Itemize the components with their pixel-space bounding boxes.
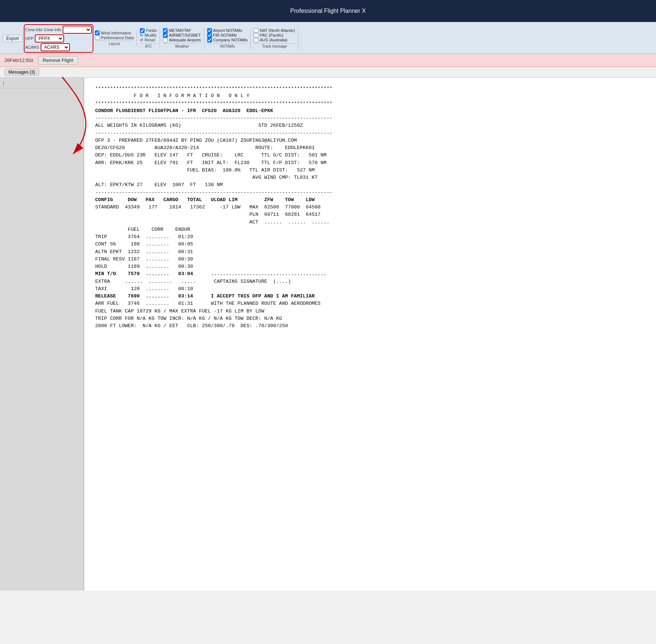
adequate-label: Adequate Airports (169, 38, 201, 42)
wind-perf-section: Wind information Performance Data Layout (95, 30, 137, 47)
fields-label: Fields (146, 28, 157, 33)
crew-label1: Crew Info (25, 27, 42, 32)
notams-label: NOTAMs (207, 43, 248, 49)
fields-section: Fields ↻ Modify ↺ Reset ATC (140, 28, 160, 49)
toolbar-row-1: Export Crew Info Crew Info OFP PFPX ACAR… (0, 23, 656, 53)
metar-checkbox[interactable] (163, 28, 168, 33)
perf-label: Performance Data (101, 36, 134, 40)
crew-row: Crew Info Crew Info (25, 26, 92, 34)
min-to-line: MIN T/O 7570 ........ 03:04 ............… (95, 270, 645, 278)
atc-label: ATC (140, 43, 157, 49)
airport-notams-label: Airport NOTAMs (213, 28, 242, 33)
pln-line: PLN 60711 68281 64517 (95, 211, 645, 218)
content-area: ****************************************… (84, 78, 656, 591)
taxi-line: TAXI 120 ........ 00:10 (95, 285, 645, 293)
altn-line: ALTN EPKT 1232 ........ 00:31 (95, 248, 645, 256)
avg-wind-line: AVG WIND CMP: TL031 KT (95, 174, 645, 181)
aus-label: AUS (Australia) (260, 38, 287, 42)
stars-bottom: ****************************************… (95, 100, 645, 107)
dep-line: DEP: EDDL/DUS 23R ELEV 147 FT CRUISE: LR… (95, 152, 645, 159)
final-resv-line: FINAL RESV 1187 ........ 00:30 (95, 256, 645, 263)
act-line: ACT ...... ...... ...... (95, 219, 645, 226)
crew-label2: Crew Info (44, 27, 61, 32)
track-message-label: Track message (254, 43, 295, 49)
weights-line: ALL WEIGHTS IN KILOGRAMS (KG) STD 26FEB/… (95, 122, 645, 129)
airmet-label: AIRMET/SIGMET (169, 33, 201, 37)
hold-line: HOLD 1189 ........ 00:30 (95, 263, 645, 270)
ofp3-line: OFP 3 - PREPARED 27FEB/0944Z BY PING ZOU… (95, 137, 645, 144)
left-sidebar: | (0, 78, 84, 591)
fuel-tank-line: FUEL TANK CAP 18729 KG / MAX EXTRA FUEL … (95, 308, 645, 315)
dashes2: ----------------------------------------… (95, 130, 645, 137)
config-header: CONFIG DOW PAX CARGO TOTAL ULOAD LIM ZFW… (95, 196, 645, 204)
reset-icon: ↺ (140, 38, 143, 42)
perf-checkbox[interactable] (95, 35, 100, 40)
adequate-item: Adequate Airports (163, 38, 201, 42)
fir-notams-item: FIR NOTAMs (207, 33, 248, 38)
wind-checkbox[interactable] (95, 30, 100, 35)
wind-row: Wind information (95, 30, 134, 35)
lower-line: 2000 FT LOWER: N/A KG / EET CLB: 250/300… (95, 322, 645, 330)
fields-checkbox[interactable] (140, 28, 145, 33)
standard-line: STANDARD 43349 177 1814 17362 -17 LDW MA… (95, 204, 645, 211)
pac-checkbox[interactable] (254, 33, 258, 38)
alt-line: ALT: EPKT/KTW 27 ELEV 1007 FT 130 NM (95, 181, 645, 189)
fields-row: Fields (140, 28, 157, 33)
main-content: | **************************************… (0, 78, 656, 591)
crew-select[interactable] (63, 26, 92, 34)
ofp-row: OFP PFPX (25, 34, 92, 42)
stars-top: ****************************************… (95, 85, 645, 92)
layout-label: Layout (95, 41, 134, 47)
arr-fuel-line: ARR FUEL 3746 ........ 01:31 WITH THE PL… (95, 300, 645, 307)
for-info-line: F O R I N F O R M A T I O N O N L Y (95, 92, 645, 100)
nat-label: NAT (North Atlantic) (260, 28, 295, 33)
adequate-checkbox[interactable] (163, 38, 168, 42)
messages-button[interactable]: Messages (3) (4, 69, 39, 76)
export-button[interactable]: Export (3, 35, 22, 42)
airport-notams-checkbox[interactable] (207, 28, 212, 33)
nat-section: NAT (North Atlantic) PAC (Pacific) AUS (… (254, 28, 298, 49)
reset-label[interactable]: Reset (145, 38, 155, 42)
aus-item: AUS (Australia) (254, 38, 295, 42)
pac-label: PAC (Pacific) (260, 33, 283, 37)
dashes1: ----------------------------------------… (95, 115, 645, 122)
modify-row: ↻ Modify (140, 33, 157, 38)
company-notams-checkbox[interactable] (207, 38, 212, 42)
arr-line: ARR: EPKK/KRK 25 ELEV 791 FT INIT ALT: F… (95, 159, 645, 167)
nat-item: NAT (North Atlantic) (254, 28, 295, 33)
metar-label: METAR/TAF (169, 28, 191, 33)
fir-notams-label: FIR NOTAMs (213, 33, 237, 37)
crew-ofp-group: Crew Info Crew Info OFP PFPX ACARS ACARS (24, 24, 93, 53)
reset-row: ↺ Reset (140, 38, 157, 42)
airport-notams-item: Airport NOTAMs (207, 28, 248, 33)
wind-label: Wind information (101, 31, 131, 35)
sidebar-divider: | (0, 78, 83, 88)
modify-label[interactable]: Modify (145, 33, 156, 37)
cont-line: CONT 5% 198 ........ 00:05 (95, 241, 645, 248)
ofp-select[interactable]: PFPX (35, 34, 64, 42)
acars-label: ACARS (25, 45, 39, 49)
company-notams-label: Company NOTAMs (213, 38, 248, 42)
ofp-label: OFP (25, 36, 34, 41)
metar-section: METAR/TAF AIRMET/SIGMET Adequate Airport… (163, 28, 204, 49)
acars-select[interactable]: ACARS (41, 43, 70, 51)
aus-checkbox[interactable] (254, 38, 258, 42)
remove-flight-button[interactable]: Remove Flight (38, 56, 78, 64)
fir-notams-checkbox[interactable] (207, 33, 212, 38)
company-notams-item: Company NOTAMs (207, 38, 248, 42)
acars-row: ACARS ACARS (25, 43, 92, 51)
trip-line: TRIP 3764 ........ 01:29 (95, 233, 645, 241)
pac-item: PAC (Pacific) (254, 33, 295, 38)
trip-corr-line: TRIP CORR FOR N/A KG TOW INCR: N/A KG / … (95, 315, 645, 322)
extra-line: EXTRA ...... ........ ..... CAPTAINS SIG… (95, 278, 645, 285)
flight-bar: 26Feb/12:50z Remove Flight (0, 54, 656, 67)
airmet-checkbox[interactable] (163, 33, 168, 38)
notams-section: Airport NOTAMs FIR NOTAMs Company NOTAMs… (207, 28, 251, 49)
weather-label: Weather (163, 43, 201, 49)
app-title: Professional Flight Planner X (290, 8, 366, 14)
flight-time: 26Feb/12:50z (4, 58, 34, 63)
nat-checkbox[interactable] (254, 28, 258, 33)
condor-line: CONDOR FLUGDIENST FLIGHTPLAN - IFR CFG20… (95, 107, 645, 115)
de20-line: DE20/CFG20 AUA320/A320-214 ROUTE: EDDLEP… (95, 144, 645, 152)
fuel-bias-line: FUEL BIAS: 100.0% TTL AIR DIST: 527 NM (95, 167, 645, 174)
